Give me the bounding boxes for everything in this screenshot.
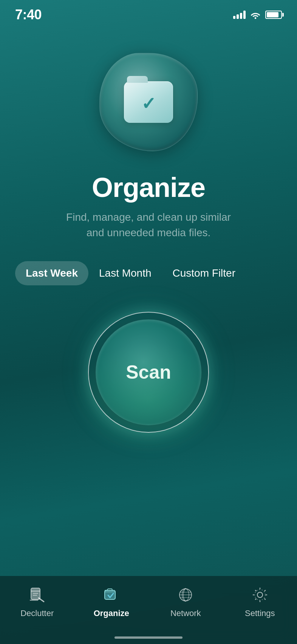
bottom-nav: Declutter Organize Network <box>0 576 297 644</box>
battery-icon <box>265 11 282 19</box>
nav-item-declutter[interactable]: Declutter <box>18 585 56 618</box>
main-content: Organize Find, manage, and clean up simi… <box>0 151 297 644</box>
status-icons <box>233 11 282 19</box>
organize-icon <box>102 585 121 605</box>
status-time: 7:40 <box>15 7 42 23</box>
filter-tab-last-week[interactable]: Last Week <box>15 261 88 285</box>
settings-icon <box>250 585 270 605</box>
network-icon <box>176 585 195 605</box>
status-bar: 7:40 <box>0 0 297 23</box>
scan-button-container: Scan <box>88 312 209 433</box>
declutter-icon <box>27 585 47 605</box>
nav-label-declutter: Declutter <box>20 608 54 618</box>
filter-tab-last-month[interactable]: Last Month <box>88 261 162 285</box>
app-subtitle: Find, manage, and clean up similar and u… <box>58 210 239 240</box>
app-icon-container: ✓ <box>99 53 198 151</box>
scan-outer-ring <box>88 312 209 433</box>
home-indicator <box>114 636 183 639</box>
svg-point-11 <box>257 592 263 598</box>
nav-label-settings: Settings <box>245 608 275 618</box>
filter-tab-custom-filter[interactable]: Custom Filter <box>162 261 246 285</box>
app-title: Organize <box>92 172 205 203</box>
folder-icon: ✓ <box>124 81 173 123</box>
nav-item-settings[interactable]: Settings <box>241 585 279 618</box>
nav-item-organize[interactable]: Organize <box>93 585 130 618</box>
app-icon-blob: ✓ <box>99 53 198 151</box>
filter-tabs: Last Week Last Month Custom Filter <box>0 261 297 285</box>
wifi-icon <box>250 11 261 19</box>
checkmark-icon: ✓ <box>141 93 156 114</box>
nav-label-network: Network <box>170 608 201 618</box>
nav-label-organize: Organize <box>94 608 129 618</box>
signal-icon <box>233 11 246 19</box>
nav-item-network[interactable]: Network <box>167 585 204 618</box>
